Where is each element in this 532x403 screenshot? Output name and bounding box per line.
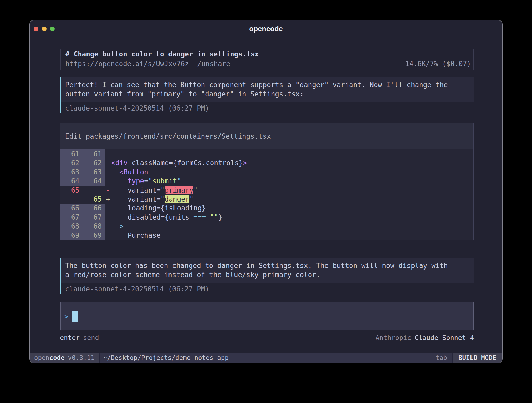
working-directory: ~/Desktop/Projects/demo-notes-app	[100, 353, 229, 363]
mode-suffix: MODE	[481, 354, 496, 361]
message-line: a red/rose color scheme instead of the b…	[65, 270, 474, 280]
diff-code-line: <Button	[105, 168, 473, 177]
message-line: The button color has been changed to dan…	[65, 261, 474, 270]
session-header: # Change button color to danger in setti…	[60, 49, 474, 70]
assistant-message-body: The button color has been changed to dan…	[61, 258, 474, 283]
diff-code-line: Purchase	[105, 231, 473, 240]
unshare-command[interactable]: /unshare	[197, 59, 230, 69]
old-line-number: 61	[60, 149, 83, 158]
session-title: # Change button color to danger in setti…	[65, 49, 473, 59]
send-action-label: send	[83, 333, 99, 342]
diff-row: 6464 type="submit"	[60, 177, 473, 185]
diff-row: 6666 loading={isLoading}	[60, 204, 473, 213]
assistant-message-body: Perfect! I can see that the Button compo…	[61, 77, 474, 102]
model-timestamp: claude-sonnet-4-20250514 (06:27 PM)	[61, 285, 474, 294]
code-segment: "	[148, 177, 152, 185]
code-segment: <Button	[111, 168, 148, 176]
code-segment	[206, 213, 210, 221]
old-line-number: 69	[60, 231, 83, 240]
window-title: opencode	[249, 25, 283, 33]
status-bar: opencode v0.3.11 ~/Desktop/Projects/demo…	[30, 353, 502, 363]
app-name-normal: open	[34, 354, 49, 361]
old-line-number: 63	[60, 168, 83, 177]
old-line-number: 62	[60, 158, 83, 167]
diff-row: 6161	[60, 149, 473, 158]
code-segment: variant=	[111, 186, 161, 194]
new-line-number	[83, 186, 105, 195]
hint-bar: enter send Anthropic Claude Sonnet 4	[60, 333, 474, 342]
code-segment: primary	[165, 186, 194, 194]
diff-view: 61616262<div className={formCs.controls}…	[60, 149, 473, 240]
code-segment: danger	[165, 195, 190, 203]
new-line-number: 67	[83, 213, 105, 222]
mode-indicator: BUILD MODE	[453, 353, 502, 363]
new-line-number: 66	[83, 204, 105, 213]
model-label: Claude Sonnet 4	[415, 333, 474, 342]
edit-tool-title: Edit packages/frontend/src/containers/Se…	[60, 132, 473, 141]
model-timestamp: claude-sonnet-4-20250514 (06:27 PM)	[61, 104, 474, 113]
token-cost-stats: 14.6K/7% ($0.07)	[405, 59, 473, 69]
old-line-number	[60, 195, 83, 204]
minimize-button[interactable]	[42, 27, 47, 31]
assistant-message: The button color has been changed to dan…	[60, 258, 474, 294]
code-segment: submit	[152, 177, 177, 185]
tab-key-hint[interactable]: tab	[436, 353, 452, 363]
code-segment: "	[161, 195, 165, 203]
share-url-link[interactable]: https://opencode.ai/s/UwJxv76z	[65, 59, 189, 69]
diff-marker: +	[106, 195, 111, 204]
diff-row: 65+ variant="danger"	[60, 195, 473, 204]
code-segment: }	[218, 213, 222, 221]
code-segment: loading={isLoading}	[111, 204, 206, 212]
old-line-number: 68	[60, 222, 83, 231]
code-segment	[111, 177, 128, 185]
provider-label: Anthropic	[376, 333, 411, 342]
new-line-number: 68	[83, 222, 105, 231]
zoom-button[interactable]	[50, 27, 55, 31]
diff-code-line: disabled={units === ""}	[105, 213, 473, 222]
old-line-number: 64	[60, 177, 83, 185]
diff-marker: -	[106, 186, 111, 195]
diff-row: 6868 >	[60, 222, 473, 231]
old-line-number: 66	[60, 204, 83, 213]
diff-row: 6262<div className={formCs.controls}>	[60, 158, 473, 167]
new-line-number: 63	[83, 168, 105, 177]
diff-row: 6767 disabled={units === ""}	[60, 213, 473, 222]
new-line-number: 65	[83, 195, 105, 204]
diff-code-line: <div className={formCs.controls}>	[105, 158, 473, 167]
diff-row: 6969 Purchase	[60, 231, 473, 240]
code-segment: disabled={units	[111, 213, 193, 221]
code-segment: "	[177, 177, 181, 185]
message-line: button variant from "primary" to "danger…	[65, 90, 474, 99]
content-column: # Change button color to danger in setti…	[30, 49, 502, 342]
new-line-number: 64	[83, 177, 105, 185]
traffic-lights	[30, 20, 55, 38]
assistant-message: Perfect! I can see that the Button compo…	[60, 77, 474, 113]
message-line: Perfect! I can see that the Button compo…	[65, 80, 474, 90]
code-segment: Purchase	[111, 231, 161, 239]
code-segment: className={formCs.controls}	[128, 159, 243, 167]
code-segment: ""	[210, 213, 218, 221]
mode-name: BUILD	[458, 354, 477, 361]
diff-code-line: >	[105, 222, 473, 231]
opencode-window: opencode # Change button color to danger…	[29, 20, 503, 363]
edit-tool-block: Edit packages/frontend/src/containers/Se…	[60, 123, 474, 240]
diff-row: 65- variant="primary"	[60, 186, 473, 195]
new-line-number: 69	[83, 231, 105, 240]
old-line-number: 67	[60, 213, 83, 222]
code-segment: "	[189, 195, 193, 203]
code-segment: "	[161, 186, 165, 194]
diff-code-line: loading={isLoading}	[105, 204, 473, 213]
close-button[interactable]	[34, 27, 38, 31]
screen: opencode # Change button color to danger…	[0, 0, 532, 403]
diff-code-line: type="submit"	[105, 177, 473, 185]
diff-code-line	[105, 149, 473, 158]
prompt-input[interactable]: >	[60, 302, 474, 330]
enter-key-hint: enter	[60, 333, 80, 342]
title-bar: opencode	[30, 20, 502, 38]
new-line-number: 61	[83, 149, 105, 158]
old-line-number: 65	[60, 186, 83, 195]
app-name-bold: code	[49, 354, 65, 361]
code-segment: =	[144, 177, 148, 185]
code-segment: >	[243, 159, 247, 167]
prompt-symbol: >	[64, 311, 69, 322]
